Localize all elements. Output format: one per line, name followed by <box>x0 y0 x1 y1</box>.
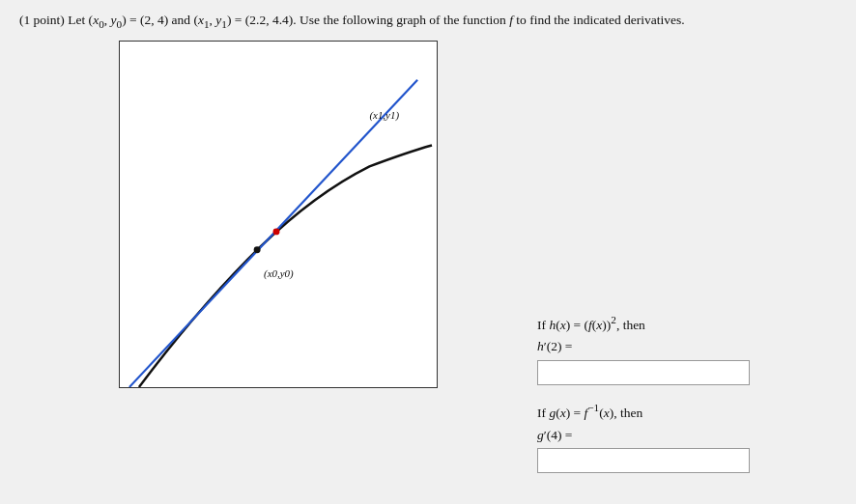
point-label: (1 point) <box>19 13 65 27</box>
main-content: (x0,y0) (x1,y1) If h(x) = (f(x))2, then … <box>19 41 837 488</box>
question1-text: If h(x) = (f(x))2, then <box>537 311 837 336</box>
question2-block: If g(x) = f−1(x), then g′(4) = <box>537 399 837 473</box>
g-prime-input[interactable] <box>537 448 750 473</box>
graph-panel: (x0,y0) (x1,y1) <box>19 41 537 388</box>
page-container: (1 point) Let (x0, y0) = (2, 4) and (x1,… <box>19 10 837 487</box>
graph-box: (x0,y0) (x1,y1) <box>119 41 438 388</box>
left-panel: If h(x) = (f(x))2, then h′(2) = If g(x) … <box>537 41 837 488</box>
graph-svg: (x0,y0) (x1,y1) <box>120 42 437 387</box>
and-text: and <box>172 13 191 27</box>
svg-point-2 <box>273 228 280 235</box>
question1-block: If h(x) = (f(x))2, then h′(2) = <box>537 311 837 385</box>
question1-answer-label: h′(2) = <box>537 336 837 385</box>
question2-answer-label: g′(4) = <box>537 425 837 474</box>
svg-point-1 <box>254 246 261 253</box>
h-prime-input[interactable] <box>537 360 750 385</box>
header-text: (1 point) Let (x0, y0) = (2, 4) and (x1,… <box>19 10 837 33</box>
svg-line-0 <box>129 80 417 387</box>
svg-text:(x0,y0): (x0,y0) <box>264 266 294 279</box>
svg-text:(x1,y1): (x1,y1) <box>369 108 399 121</box>
question2-text: If g(x) = f−1(x), then <box>537 399 837 424</box>
